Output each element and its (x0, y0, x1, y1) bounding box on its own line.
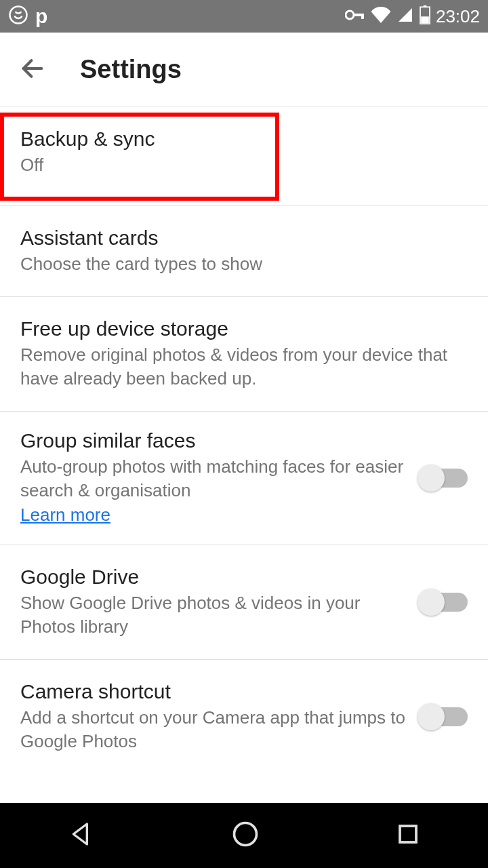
wifi-icon (371, 7, 391, 26)
status-left: p (8, 5, 47, 28)
setting-text: Camera shortcut Add a shortcut on your C… (20, 680, 407, 753)
android-nav-bar (0, 803, 488, 868)
p-icon: p (35, 5, 47, 28)
setting-text: Google Drive Show Google Drive photos & … (20, 566, 407, 639)
setting-subtitle: Remove original photos & videos from you… (20, 343, 468, 391)
svg-rect-9 (400, 826, 416, 842)
toggle-group-faces[interactable] (420, 469, 468, 488)
toggle-camera-shortcut[interactable] (420, 707, 468, 726)
whatsapp-icon (8, 5, 28, 28)
settings-list: Backup & sync Off Assistant cards Choose… (0, 107, 488, 774)
svg-rect-3 (361, 14, 364, 19)
app-bar: Settings (0, 33, 488, 107)
setting-text: Group similar faces Auto-group photos wi… (20, 429, 407, 526)
setting-subtitle-text: Auto-group photos with matching faces fo… (20, 456, 403, 500)
setting-text: Backup & sync Off (20, 127, 468, 177)
learn-more-link[interactable]: Learn more (20, 505, 110, 525)
setting-title: Camera shortcut (20, 680, 407, 703)
setting-title: Group similar faces (20, 429, 407, 452)
battery-icon (420, 5, 430, 27)
setting-title: Backup & sync (20, 127, 468, 151)
setting-title: Google Drive (20, 566, 407, 589)
setting-free-up-storage[interactable]: Free up device storage Remove original p… (0, 297, 488, 412)
status-bar: p 23:02 (0, 0, 488, 33)
setting-backup-sync[interactable]: Backup & sync Off (0, 107, 488, 206)
page-title: Settings (80, 55, 182, 84)
setting-subtitle: Auto-group photos with matching faces fo… (20, 455, 407, 526)
setting-title: Free up device storage (20, 317, 468, 340)
back-arrow-icon[interactable] (19, 55, 46, 85)
toggle-google-drive[interactable] (420, 593, 468, 612)
setting-subtitle: Off (20, 153, 468, 177)
cellular-icon (396, 7, 414, 26)
setting-text: Free up device storage Remove original p… (20, 317, 468, 391)
svg-point-0 (10, 7, 27, 24)
setting-subtitle: Show Google Drive photos & videos in you… (20, 591, 407, 639)
setting-group-faces[interactable]: Group similar faces Auto-group photos wi… (0, 412, 488, 545)
setting-subtitle: Choose the card types to show (20, 252, 468, 276)
setting-google-drive[interactable]: Google Drive Show Google Drive photos & … (0, 545, 488, 660)
setting-camera-shortcut[interactable]: Camera shortcut Add a shortcut on your C… (0, 660, 488, 774)
svg-point-1 (346, 11, 354, 19)
svg-point-8 (235, 823, 257, 846)
nav-home-icon[interactable] (230, 819, 260, 852)
svg-rect-5 (424, 5, 427, 7)
setting-title: Assistant cards (20, 226, 468, 250)
nav-back-icon[interactable] (68, 821, 95, 850)
status-time: 23:02 (436, 6, 480, 27)
nav-recent-icon[interactable] (396, 822, 420, 849)
status-right: 23:02 (345, 5, 480, 27)
setting-assistant-cards[interactable]: Assistant cards Choose the card types to… (0, 206, 488, 297)
setting-subtitle: Add a shortcut on your Camera app that j… (20, 706, 407, 753)
vpn-key-icon (345, 9, 365, 24)
svg-rect-6 (421, 16, 429, 24)
setting-text: Assistant cards Choose the card types to… (20, 226, 468, 276)
